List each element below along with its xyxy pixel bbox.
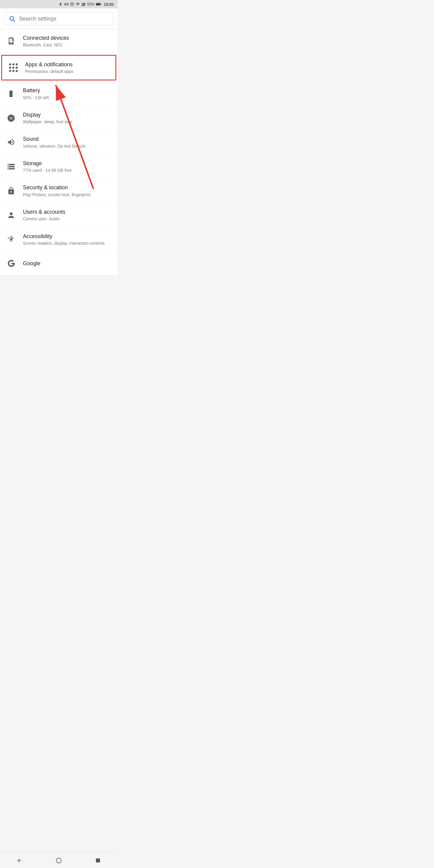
accessibility-text: Accessibility Screen readers, display, i… bbox=[23, 233, 113, 246]
settings-item-sound[interactable]: Sound Volume, vibration, Do Not Disturb bbox=[0, 130, 118, 155]
signal-icon bbox=[82, 2, 86, 6]
sound-subtitle: Volume, vibration, Do Not Disturb bbox=[23, 144, 113, 149]
connected-devices-subtitle: Bluetooth, Cast, NFC bbox=[23, 42, 113, 48]
users-text: Users & accounts Current user: Justin bbox=[23, 209, 113, 222]
svg-point-16 bbox=[10, 236, 12, 238]
users-icon bbox=[5, 209, 18, 221]
connected-devices-text: Connected devices Bluetooth, Cast, NFC bbox=[23, 35, 113, 48]
search-bar-container bbox=[0, 8, 118, 29]
battery-text: Battery 92% - 13h left bbox=[23, 87, 113, 100]
search-bar[interactable] bbox=[4, 12, 113, 25]
google-text: Google bbox=[23, 260, 113, 267]
settings-item-accessibility[interactable]: Accessibility Screen readers, display, i… bbox=[0, 227, 118, 252]
google-icon bbox=[5, 257, 18, 270]
battery-percentage: 92% bbox=[87, 2, 94, 6]
settings-item-display[interactable]: Display Wallpaper, sleep, font size bbox=[0, 106, 118, 130]
apps-notifications-subtitle: Permissions, default apps bbox=[25, 69, 111, 74]
svg-rect-2 bbox=[84, 4, 84, 6]
security-title: Security & location bbox=[23, 184, 113, 191]
users-title: Users & accounts bbox=[23, 209, 113, 216]
status-time: 12:01 bbox=[104, 2, 114, 7]
storage-text: Storage 77% used - 14.99 GB free bbox=[23, 160, 113, 173]
svg-rect-5 bbox=[101, 4, 101, 5]
svg-rect-9 bbox=[12, 39, 13, 41]
apps-notifications-text: Apps & notifications Permissions, defaul… bbox=[25, 61, 111, 74]
storage-title: Storage bbox=[23, 160, 113, 167]
storage-subtitle: 77% used - 14.99 GB free bbox=[23, 167, 113, 173]
accessibility-icon bbox=[5, 233, 18, 246]
svg-rect-0 bbox=[82, 4, 82, 6]
settings-item-apps-notifications[interactable]: Apps & notifications Permissions, defaul… bbox=[1, 55, 116, 81]
security-text: Security & location Play Protect, screen… bbox=[23, 184, 113, 197]
dots-grid bbox=[9, 63, 18, 72]
settings-item-users[interactable]: Users & accounts Current user: Justin bbox=[0, 203, 118, 227]
battery-icon bbox=[5, 87, 18, 100]
google-title: Google bbox=[23, 260, 113, 267]
accessibility-subtitle: Screen readers, display, interaction con… bbox=[23, 241, 113, 246]
display-subtitle: Wallpaper, sleep, font size bbox=[23, 119, 113, 124]
battery-title: Battery bbox=[23, 87, 113, 94]
svg-rect-1 bbox=[83, 4, 83, 6]
battery-status-icon bbox=[96, 2, 101, 6]
display-icon bbox=[5, 112, 18, 124]
battery-subtitle: 92% - 13h left bbox=[23, 95, 113, 100]
security-subtitle: Play Protect, screen lock, fingerprint bbox=[23, 192, 113, 197]
svg-point-11 bbox=[10, 117, 12, 119]
connected-devices-title: Connected devices bbox=[23, 35, 113, 41]
svg-rect-3 bbox=[84, 3, 85, 6]
sound-text: Sound Volume, vibration, Do Not Disturb bbox=[23, 135, 113, 149]
status-bar: 92% 12:01 bbox=[0, 0, 118, 8]
storage-icon bbox=[5, 160, 18, 173]
settings-item-storage[interactable]: Storage 77% used - 14.99 GB free bbox=[0, 155, 118, 179]
settings-item-battery[interactable]: Battery 92% - 13h left bbox=[0, 82, 118, 106]
display-text: Display Wallpaper, sleep, font size bbox=[23, 112, 113, 125]
alarm-icon bbox=[70, 2, 74, 6]
users-subtitle: Current user: Justin bbox=[23, 216, 113, 221]
search-input[interactable] bbox=[19, 16, 109, 22]
svg-rect-6 bbox=[96, 3, 100, 5]
connected-devices-icon bbox=[5, 35, 18, 48]
svg-line-8 bbox=[13, 20, 15, 22]
security-icon bbox=[5, 184, 18, 197]
search-icon bbox=[9, 16, 16, 22]
apps-notifications-icon bbox=[7, 61, 20, 74]
accessibility-title: Accessibility bbox=[23, 233, 113, 240]
settings-item-security[interactable]: Security & location Play Protect, screen… bbox=[0, 179, 118, 203]
apps-notifications-title: Apps & notifications bbox=[25, 61, 111, 68]
vibrate-icon bbox=[64, 2, 68, 6]
display-title: Display bbox=[23, 112, 113, 119]
status-icons: 92% 12:01 bbox=[59, 2, 114, 7]
settings-item-google[interactable]: Google bbox=[0, 252, 118, 276]
wifi-icon bbox=[76, 2, 80, 6]
settings-list: Connected devices Bluetooth, Cast, NFC A… bbox=[0, 29, 118, 276]
sound-icon bbox=[5, 136, 18, 149]
bluetooth-icon bbox=[59, 2, 63, 6]
sound-title: Sound bbox=[23, 135, 113, 143]
settings-item-connected-devices[interactable]: Connected devices Bluetooth, Cast, NFC bbox=[0, 29, 118, 54]
